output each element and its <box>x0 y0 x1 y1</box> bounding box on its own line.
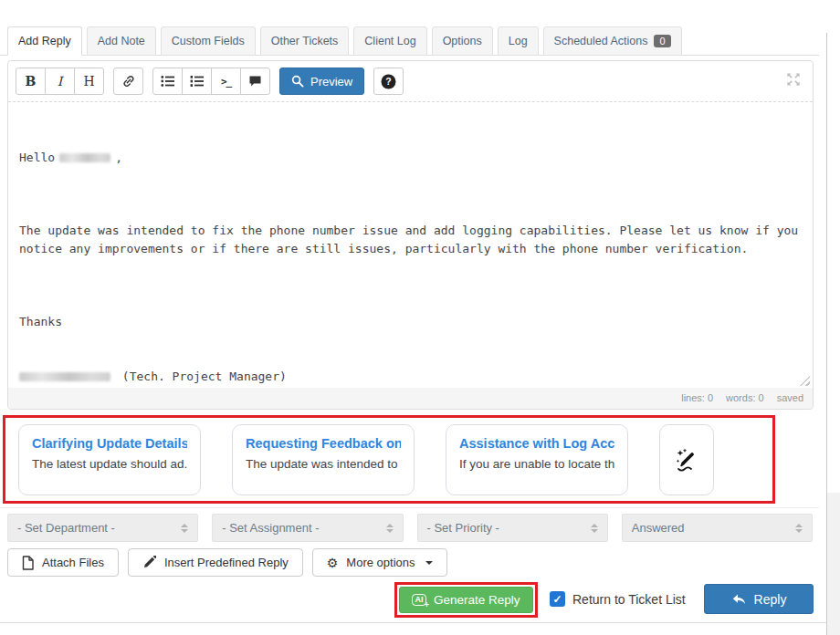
list-group: >_ <box>152 68 270 95</box>
tab-options[interactable]: Options <box>432 26 493 56</box>
unordered-list-icon <box>161 75 174 88</box>
pencil-icon <box>142 556 156 569</box>
comment-icon <box>248 75 262 88</box>
italic-button[interactable]: I <box>45 68 75 95</box>
attach-files-button[interactable]: Attach Files <box>7 548 119 577</box>
tab-add-note[interactable]: Add Note <box>87 26 156 56</box>
priority-select[interactable]: - Set Priority - <box>417 514 608 542</box>
return-to-ticket-list-label: Return to Ticket List <box>572 592 686 607</box>
reply-textarea[interactable]: Hello, The update was intended to fix th… <box>8 102 813 388</box>
insert-predefined-reply-button[interactable]: Insert Predefined Reply <box>128 548 303 577</box>
select-arrows-icon <box>795 524 803 533</box>
ai-icon: AI+ <box>412 594 426 607</box>
unordered-list-button[interactable] <box>152 68 183 95</box>
text-style-group: B I H <box>16 68 104 95</box>
select-arrows-icon <box>181 524 188 533</box>
tab-log[interactable]: Log <box>498 26 539 56</box>
editor-toolbar: B I H <box>8 61 813 102</box>
comment-button[interactable] <box>240 68 270 95</box>
tab-bar: Add Reply Add Note Custom Fields Other T… <box>0 26 819 56</box>
scheduled-actions-count-badge: 0 <box>654 35 670 47</box>
gear-icon: ⚙ <box>327 557 339 569</box>
suggestion-card-log-access[interactable]: Assistance with Log Access If you are un… <box>446 424 628 495</box>
editor-statusbar: lines: 0 words: 0 saved <box>8 388 813 409</box>
svg-text:?: ? <box>386 76 392 87</box>
tab-client-log[interactable]: Client Log <box>353 26 426 56</box>
heading-button[interactable]: H <box>74 68 104 95</box>
ai-suggestions-section: Clarifying Update Details The latest upd… <box>3 415 775 504</box>
suggestion-card-requesting-feedback[interactable]: Requesting Feedback on ... The update wa… <box>232 424 415 495</box>
ordered-list-icon <box>190 75 204 88</box>
fullscreen-button[interactable] <box>785 71 802 91</box>
department-select[interactable]: - Set Department - <box>7 514 198 542</box>
help-button[interactable]: ? <box>373 68 404 95</box>
bold-button[interactable]: B <box>16 68 46 95</box>
tab-add-reply[interactable]: Add Reply <box>7 26 82 56</box>
redacted-agent-name <box>19 372 110 381</box>
markdown-editor: B I H <box>7 60 814 410</box>
assignment-select[interactable]: - Set Assignment - <box>212 514 403 542</box>
select-arrows-icon <box>386 524 394 533</box>
expand-arrows-icon <box>785 71 802 88</box>
signature-thanks: Thanks <box>19 313 802 331</box>
signature-name-line: (Tech. Project Manager) <box>19 368 802 386</box>
question-circle-icon: ? <box>381 74 396 89</box>
checkmark-icon: ✓ <box>552 593 562 606</box>
ordered-list-button[interactable] <box>182 68 212 95</box>
status-select[interactable]: Answered <box>622 514 813 542</box>
lines-count: lines: 0 <box>681 392 713 403</box>
caret-down-icon <box>425 561 433 565</box>
tab-custom-fields[interactable]: Custom Fields <box>161 26 256 56</box>
ticket-reply-page: Add Reply Add Note Custom Fields Other T… <box>0 0 840 635</box>
code-block-button[interactable]: >_ <box>211 68 241 95</box>
saved-status: saved <box>777 392 803 403</box>
redacted-client-name <box>59 153 110 162</box>
generate-reply-annotation: AI+ Generate Reply <box>394 582 538 618</box>
reply-button[interactable]: Reply <box>704 584 814 614</box>
preview-button[interactable]: Preview <box>279 68 364 95</box>
page-background-strip <box>827 493 840 635</box>
tab-scheduled-actions[interactable]: Scheduled Actions 0 <box>543 26 682 56</box>
words-count: words: 0 <box>726 392 764 403</box>
ticket-settings-row: - Set Department - - Set Assignment - - … <box>7 514 813 542</box>
tab-other-tickets[interactable]: Other Tickets <box>260 26 350 56</box>
terminal-icon: >_ <box>221 76 231 88</box>
return-to-ticket-list-checkbox[interactable]: ✓ <box>550 591 565 607</box>
footer-actions: AI+ Generate Reply ✓ Return to Ticket Li… <box>0 582 819 622</box>
greeting-line: Hello, <box>19 149 802 167</box>
reply-arrow-icon <box>731 592 746 606</box>
generate-reply-button[interactable]: AI+ Generate Reply <box>399 587 533 613</box>
link-button[interactable] <box>113 68 143 95</box>
magnifier-icon <box>291 75 304 88</box>
bottom-divider <box>0 622 828 623</box>
file-icon <box>22 556 34 570</box>
secondary-actions-row: Attach Files Insert Predefined Reply ⚙ M… <box>7 548 447 577</box>
generate-more-suggestions-button[interactable] <box>659 424 714 495</box>
reply-paragraph: The update was intended to fix the phone… <box>19 222 802 258</box>
section-divider <box>0 507 819 508</box>
link-icon <box>121 74 136 88</box>
select-arrows-icon <box>591 524 598 533</box>
suggestion-card-clarifying-update[interactable]: Clarifying Update Details The latest upd… <box>18 424 201 495</box>
more-options-button[interactable]: ⚙ More options <box>312 548 447 577</box>
magic-wand-icon <box>673 446 700 474</box>
